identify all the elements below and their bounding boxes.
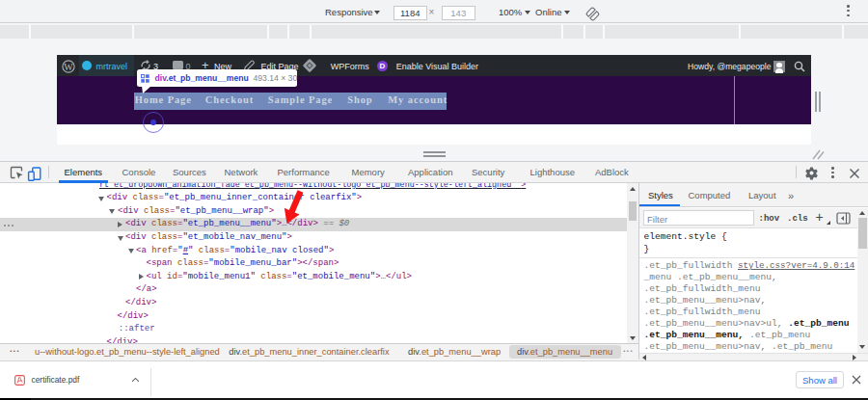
svg-text:W: W bbox=[64, 61, 73, 71]
